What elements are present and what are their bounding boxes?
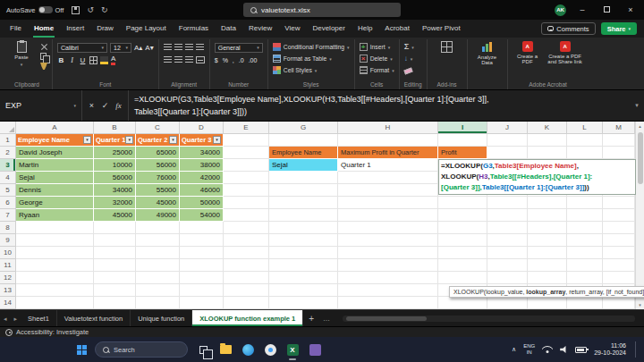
vertical-scroll-thumb[interactable]	[638, 132, 643, 184]
cell-H11[interactable]	[338, 259, 438, 272]
cell-C9[interactable]	[136, 234, 180, 247]
cell-A10[interactable]	[16, 247, 94, 259]
ribbon-tab-developer[interactable]: Developer	[306, 20, 351, 38]
maximize-button[interactable]	[598, 5, 614, 14]
clear-button[interactable]	[404, 64, 422, 76]
ribbon-tab-help[interactable]: Help	[352, 20, 378, 38]
cell-C8[interactable]	[136, 222, 180, 234]
sheet-tab-xlookup-function-example-1[interactable]: XLOOKUP function example 1	[192, 310, 303, 326]
filter-button[interactable]: ▾	[213, 136, 221, 144]
cell-G4[interactable]	[269, 172, 338, 184]
borders-icon[interactable]	[89, 56, 97, 64]
cell-G10[interactable]	[269, 247, 338, 259]
cell-M11[interactable]	[603, 259, 635, 272]
save-icon[interactable]	[72, 6, 80, 14]
cell-H7[interactable]	[338, 209, 438, 222]
cell-E5[interactable]	[224, 184, 269, 197]
cell-D6[interactable]: 50000	[180, 197, 224, 209]
cell-J9[interactable]	[487, 234, 528, 247]
filter-button[interactable]: ▾	[83, 136, 91, 144]
app-icon[interactable]	[308, 342, 322, 357]
shrink-font-button[interactable]: A▾	[145, 44, 153, 52]
cell-A9[interactable]	[16, 234, 94, 247]
create-pdf-button[interactable]: A Create a PDF	[513, 41, 543, 64]
title-search-box[interactable]: valuetotext.xlsx	[243, 3, 401, 17]
cell-I11[interactable]	[438, 259, 487, 272]
cell-K11[interactable]	[528, 259, 567, 272]
file-explorer-icon[interactable]	[218, 342, 233, 357]
cell-A6[interactable]: George	[16, 197, 94, 209]
cell-I6[interactable]	[438, 197, 487, 209]
delete-cells-button[interactable]: × Delete ▾	[360, 53, 394, 64]
cell-B6[interactable]: 32000	[94, 197, 136, 209]
row-header-14[interactable]: 14	[0, 297, 16, 309]
addins-button[interactable]	[432, 41, 462, 53]
cell-J6[interactable]	[487, 197, 528, 209]
ribbon-tab-acrobat[interactable]: Acrobat	[378, 20, 416, 38]
cell-M1[interactable]	[603, 134, 635, 147]
cell-K14[interactable]	[528, 297, 567, 309]
cell-B14[interactable]	[94, 297, 136, 309]
redo-icon[interactable]: ↻	[101, 5, 108, 14]
column-header-G[interactable]: G	[269, 122, 338, 134]
cell-B5[interactable]: 34000	[94, 184, 136, 197]
language-indicator[interactable]: ENG IN	[523, 343, 535, 356]
column-header-A[interactable]: A	[16, 122, 94, 134]
sheet-tab-valuetotext-function[interactable]: Valuetotext function	[57, 310, 131, 326]
cell-G13[interactable]	[269, 284, 338, 297]
accessibility-status[interactable]: Accessibility: Investigate	[16, 328, 89, 336]
font-size-select[interactable]: 12 ▾	[110, 43, 131, 53]
cell-L1[interactable]	[567, 134, 603, 147]
cell-C10[interactable]	[136, 247, 180, 259]
row-header-13[interactable]: 13	[0, 284, 16, 297]
chrome-icon[interactable]	[263, 342, 277, 357]
cell-B3[interactable]: 10000	[94, 159, 136, 172]
cell-styles-button[interactable]: Cell Styles ▾	[273, 64, 350, 76]
enter-icon[interactable]: ✓	[99, 101, 111, 110]
cell-D3[interactable]: 38000	[180, 159, 224, 172]
cell-I10[interactable]	[438, 247, 487, 259]
cell-H1[interactable]	[338, 134, 438, 147]
cell-G2[interactable]: Employee Name	[269, 147, 338, 159]
cell-E2[interactable]	[224, 147, 269, 159]
formula-bar-expand-icon[interactable]: ▾	[630, 90, 644, 121]
align-center-icon[interactable]	[174, 56, 182, 63]
cell-E13[interactable]	[224, 284, 269, 297]
number-format-select[interactable]: General ▾	[215, 43, 263, 53]
cell-G7[interactable]	[269, 209, 338, 222]
cell-L9[interactable]	[567, 234, 603, 247]
column-header-M[interactable]: M	[603, 122, 635, 134]
column-header-H[interactable]: H	[338, 122, 438, 134]
cell-M7[interactable]	[603, 209, 635, 222]
cell-M10[interactable]	[603, 247, 635, 259]
show-desktop-button[interactable]	[635, 341, 637, 358]
wifi-icon[interactable]	[542, 346, 553, 353]
share-button[interactable]: Share ▾	[601, 22, 637, 35]
volume-icon[interactable]	[560, 346, 568, 353]
cell-K2[interactable]	[528, 147, 567, 159]
taskbar-search[interactable]: Search	[95, 341, 188, 358]
task-view-icon[interactable]	[196, 342, 210, 357]
cell-M12[interactable]	[603, 272, 635, 284]
autosum-button[interactable]: Σ▾	[404, 41, 422, 53]
sheet-menu-icon[interactable]: …	[319, 310, 334, 326]
cell-L6[interactable]	[567, 197, 603, 209]
cell-B10[interactable]	[94, 247, 136, 259]
cell-D7[interactable]: 54000	[180, 209, 224, 222]
font-color-icon[interactable]: A	[111, 55, 115, 65]
cell-M14[interactable]	[603, 297, 635, 309]
formula-input[interactable]: =XLOOKUP(G3,Table3[Employee Name],XLOOKU…	[129, 90, 630, 121]
row-header-1[interactable]: 1	[0, 134, 16, 147]
cell-E1[interactable]	[224, 134, 269, 147]
cell-G1[interactable]	[269, 134, 338, 147]
cell-D9[interactable]	[180, 234, 224, 247]
cell-H10[interactable]	[338, 247, 438, 259]
cell-H9[interactable]	[338, 234, 438, 247]
cell-J8[interactable]	[487, 222, 528, 234]
sheet-nav-right-icon[interactable]: ▸	[11, 310, 21, 326]
cell-H13[interactable]	[338, 284, 438, 297]
column-header-L[interactable]: L	[567, 122, 603, 134]
cell-B4[interactable]: 56000	[94, 172, 136, 184]
cell-G11[interactable]	[269, 259, 338, 272]
cell-L10[interactable]	[567, 247, 603, 259]
